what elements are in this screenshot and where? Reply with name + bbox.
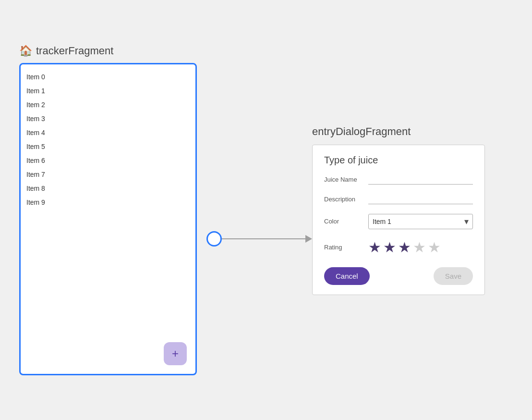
list-item[interactable]: Item 9 (26, 196, 190, 210)
star-4[interactable]: ★ (413, 239, 426, 256)
description-row: Description (324, 194, 473, 204)
left-panel: 🏠 trackerFragment Item 0Item 1Item 2Item… (19, 45, 206, 375)
rating-label: Rating (324, 244, 363, 251)
list-item[interactable]: Item 2 (26, 98, 190, 112)
star-3[interactable]: ★ (398, 239, 411, 256)
color-selected-value: Item 1 (373, 218, 464, 225)
juice-name-row: Juice Name (324, 174, 473, 185)
rating-stars: ★★★★★ (368, 239, 441, 256)
list-item[interactable]: Item 6 (26, 154, 190, 168)
dropdown-arrow-icon: ▾ (464, 216, 469, 227)
description-input[interactable] (368, 194, 473, 204)
tracker-title: 🏠 trackerFragment (19, 45, 113, 57)
arrow-connector (206, 231, 312, 247)
list-items: Item 0Item 1Item 2Item 3Item 4Item 5Item… (26, 70, 190, 210)
juice-name-input[interactable] (368, 174, 473, 185)
color-dropdown[interactable]: Item 1 ▾ (368, 214, 473, 229)
dialog-box: Type of juice Juice Name Description Col… (312, 145, 485, 295)
rating-row: Rating ★★★★★ (324, 239, 473, 256)
save-button[interactable]: Save (434, 267, 473, 285)
fab-icon: + (172, 347, 179, 360)
star-2[interactable]: ★ (383, 239, 396, 256)
right-panel: entryDialogFragment Type of juice Juice … (312, 125, 513, 295)
color-row: Color Item 1 ▾ (324, 214, 473, 229)
cancel-button[interactable]: Cancel (324, 267, 370, 285)
home-icon: 🏠 (19, 45, 32, 57)
arrow-line (222, 238, 305, 239)
juice-name-label: Juice Name (324, 176, 363, 183)
star-1[interactable]: ★ (368, 239, 381, 256)
list-item[interactable]: Item 7 (26, 168, 190, 182)
tracker-frame: Item 0Item 1Item 2Item 3Item 4Item 5Item… (19, 63, 197, 375)
main-container: 🏠 trackerFragment Item 0Item 1Item 2Item… (0, 0, 532, 420)
dialog-header: Type of juice (324, 155, 473, 166)
dialog-panel-title: entryDialogFragment (312, 125, 411, 138)
list-item[interactable]: Item 5 (26, 140, 190, 154)
tracker-title-label: trackerFragment (36, 45, 113, 57)
fab-button[interactable]: + (164, 342, 187, 365)
star-5[interactable]: ★ (428, 239, 441, 256)
dialog-buttons: Cancel Save (324, 267, 473, 285)
arrow-circle (206, 231, 222, 247)
list-item[interactable]: Item 8 (26, 182, 190, 196)
list-item[interactable]: Item 3 (26, 112, 190, 126)
color-label: Color (324, 218, 363, 225)
arrow-head (305, 235, 312, 243)
description-label: Description (324, 196, 363, 203)
list-item[interactable]: Item 1 (26, 84, 190, 98)
list-item[interactable]: Item 4 (26, 126, 190, 140)
list-item[interactable]: Item 0 (26, 70, 190, 84)
